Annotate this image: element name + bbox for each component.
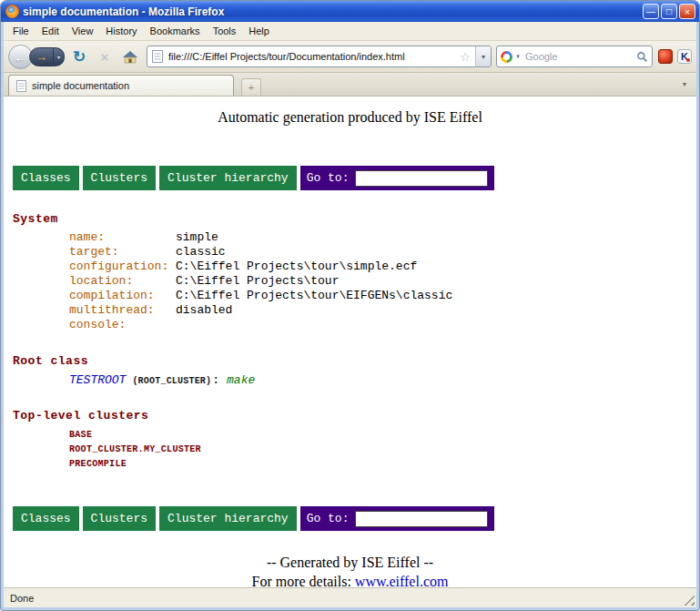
browser-window: simple documentation - Mozilla Firefox —… (0, 0, 700, 611)
maximize-button[interactable]: □ (661, 4, 677, 19)
property-value: C:\Eiffel Projects\tour\EIFGENs\classic (176, 289, 452, 303)
forward-button[interactable]: → (29, 47, 54, 66)
reload-button[interactable]: ↻ (68, 46, 90, 67)
status-bar: Done (4, 587, 696, 607)
menu-bookmarks[interactable]: Bookmarks (144, 23, 207, 39)
system-row: console: (4, 318, 696, 332)
root-class-link[interactable]: TESTROOT (69, 373, 126, 387)
property-label: target: (69, 245, 176, 260)
property-label: compilation: (69, 289, 176, 303)
home-icon (122, 50, 138, 64)
classes-button-top[interactable]: Classes (13, 166, 79, 190)
property-label: location: (69, 274, 176, 289)
chevron-down-icon: ▼ (515, 54, 521, 59)
property-value: simple (176, 230, 218, 245)
eiffel-com-link[interactable]: www.eiffel.com (355, 574, 449, 587)
page-content: Automatic generation produced by ISE Eif… (4, 97, 696, 587)
generated-by-text: -- Generated by ISE Eiffel -- (4, 555, 696, 571)
search-engine-dropdown[interactable]: ▼ (515, 54, 521, 59)
doc-nav-bottom: Classes Clusters Cluster hierarchy Go to… (13, 506, 494, 531)
bookmark-star-icon[interactable]: ☆ (459, 50, 472, 64)
root-class-line: TESTROOT (ROOT_CLUSTER) : make (4, 373, 696, 387)
resize-grip[interactable] (683, 594, 695, 606)
menu-view[interactable]: View (66, 23, 100, 39)
goto-section-bottom: Go to: (300, 506, 495, 531)
home-button[interactable] (119, 46, 141, 67)
firefox-icon (5, 5, 19, 18)
property-label: multithread: (69, 303, 176, 318)
menu-help[interactable]: Help (242, 23, 276, 39)
clusters-button-bottom[interactable]: Clusters (83, 506, 156, 531)
navigation-toolbar: ← → ▾ ↻ × (4, 41, 696, 73)
reload-icon: ↻ (73, 47, 86, 66)
addon-red-icon[interactable] (658, 49, 673, 64)
page-icon (152, 50, 163, 63)
status-text: Done (10, 593, 34, 604)
goto-input-top[interactable] (355, 170, 488, 187)
cluster-link-root-cluster-my-cluster[interactable]: ROOT_CLUSTER.MY_CLUSTER (4, 443, 201, 457)
cluster-link-base[interactable]: BASE (4, 428, 92, 443)
search-input[interactable] (523, 50, 634, 63)
window-controls: — □ × (643, 4, 695, 19)
property-value: classic (176, 245, 226, 260)
goto-input-bottom[interactable] (355, 511, 488, 527)
menu-edit[interactable]: Edit (36, 23, 66, 39)
system-properties: name:simple target:classic configuration… (4, 230, 696, 332)
cluster-link-precompile[interactable]: PRECOMPILE (4, 457, 127, 472)
chevron-down-icon: ▾ (57, 54, 60, 60)
close-button[interactable]: × (679, 4, 695, 19)
menu-bar: File Edit View History Bookmarks Tools H… (4, 22, 696, 41)
root-class-heading: Root class (13, 354, 696, 368)
minimize-button[interactable]: — (643, 4, 659, 19)
search-magnifier-icon[interactable] (636, 51, 648, 63)
system-row: target:classic (4, 245, 696, 260)
goto-label: Go to: (307, 512, 350, 525)
clusters-button-top[interactable]: Clusters (83, 166, 156, 190)
clusters-heading: Top-level clusters (13, 409, 696, 423)
stop-icon: × (101, 49, 109, 65)
location-dropdown-button[interactable]: ▼ (475, 46, 491, 66)
system-row: name:simple (4, 230, 696, 245)
system-row: location:C:\Eiffel Projects\tour (4, 274, 696, 289)
forward-icon: → (36, 50, 47, 64)
back-icon: ← (14, 49, 27, 65)
addon-toolbar-icons: K (658, 49, 692, 64)
system-row: compilation:C:\Eiffel Projects\tour\EIFG… (4, 289, 696, 303)
menu-file[interactable]: File (6, 23, 36, 39)
doc-nav-top: Classes Clusters Cluster hierarchy Go to… (13, 166, 494, 190)
property-value: disabled (176, 303, 232, 318)
new-tab-button[interactable]: + (241, 78, 261, 96)
google-logo-icon (501, 51, 512, 63)
page-icon (16, 80, 26, 92)
classes-button-bottom[interactable]: Classes (13, 506, 79, 531)
search-bar[interactable]: ▼ (496, 46, 653, 67)
forward-button-group: → ▾ (29, 47, 65, 66)
goto-label: Go to: (307, 171, 350, 185)
url-input[interactable] (167, 50, 455, 63)
root-cluster-ref[interactable]: (ROOT_CLUSTER) (132, 376, 211, 386)
property-label: console: (69, 318, 176, 332)
goto-section-top: Go to: (300, 166, 495, 190)
tab-title: simple documentation (32, 80, 129, 91)
list-all-tabs-button[interactable]: ▾ (677, 80, 692, 90)
titlebar[interactable]: simple documentation - Mozilla Firefox —… (1, 1, 699, 22)
cluster-hierarchy-button-bottom[interactable]: Cluster hierarchy (159, 506, 297, 531)
tab-simple-documentation[interactable]: simple documentation (8, 75, 234, 96)
tab-strip: simple documentation + ▾ (4, 73, 696, 97)
details-prefix: For more details: (252, 574, 355, 587)
root-feature-link[interactable]: make (227, 373, 255, 387)
menu-tools[interactable]: Tools (207, 23, 243, 39)
addon-k-icon[interactable]: K (677, 49, 692, 64)
system-heading: System (13, 212, 696, 226)
cluster-hierarchy-button-top[interactable]: Cluster hierarchy (159, 166, 297, 190)
stop-button[interactable]: × (94, 46, 116, 67)
root-separator: : (212, 373, 219, 387)
chevron-down-icon: ▼ (481, 54, 487, 60)
doc-footer: -- Generated by ISE Eiffel -- For more d… (4, 555, 696, 587)
property-value: C:\Eiffel Projects\tour (176, 274, 339, 289)
system-row: multithread:disabled (4, 303, 696, 318)
address-bar[interactable]: ☆ ▼ (147, 46, 492, 67)
menu-history[interactable]: History (99, 23, 143, 39)
details-line: For more details: www.eiffel.com (4, 574, 696, 587)
history-dropdown-button[interactable]: ▾ (54, 47, 65, 66)
